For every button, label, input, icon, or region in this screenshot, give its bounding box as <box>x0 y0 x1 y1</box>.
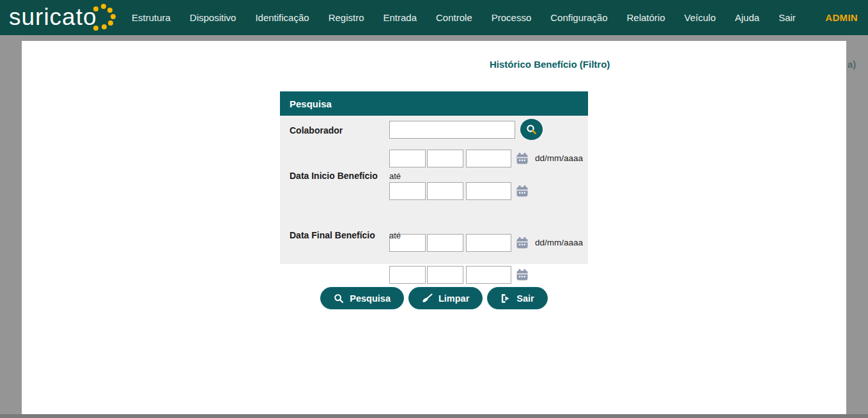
data-final-label: Data Final Benefício <box>290 230 375 240</box>
pesquisa-button-label: Pesquisa <box>350 293 391 304</box>
final-to-day-input[interactable] <box>389 266 426 284</box>
date-format-hint: dd/mm/aaaa <box>535 153 583 163</box>
content-card: Histórico Benefício (Filtro) Pesquisa Co… <box>22 41 846 414</box>
colaborador-label: Colaborador <box>290 125 343 135</box>
nav-item[interactable]: Identificação <box>255 12 309 23</box>
data-inicio-label: Data Inicio Benefício <box>290 171 378 181</box>
nav-item[interactable]: Registro <box>329 12 364 23</box>
inicio-to-year-input[interactable] <box>466 182 511 200</box>
sair-button[interactable]: Sair <box>487 287 547 309</box>
calendar-icon[interactable] <box>516 268 529 281</box>
nav-item[interactable]: Relatório <box>627 12 665 23</box>
nav-item[interactable]: Veículo <box>685 12 716 23</box>
calendar-icon[interactable] <box>516 185 529 197</box>
nav-item[interactable]: Controle <box>436 12 472 23</box>
logout-icon <box>500 293 511 304</box>
logo-text: suricato <box>9 2 97 33</box>
sair-button-label: Sair <box>516 293 534 304</box>
final-from-month-input[interactable] <box>427 234 463 252</box>
final-to-year-input[interactable] <box>466 266 511 284</box>
final-from-year-input[interactable] <box>466 234 511 252</box>
action-buttons: Pesquisa Limpar Sair <box>22 287 846 309</box>
clipped-background-title: a) <box>848 59 856 70</box>
colaborador-search-button[interactable] <box>520 119 543 140</box>
calendar-icon[interactable] <box>516 152 529 165</box>
inicio-from-month-input[interactable] <box>427 150 463 167</box>
nav-item[interactable]: Dispositivo <box>190 12 236 23</box>
search-icon <box>334 293 344 304</box>
inicio-from-day-input[interactable] <box>389 150 426 167</box>
pesquisa-button[interactable]: Pesquisa <box>320 287 404 309</box>
limpar-button[interactable]: Limpar <box>408 287 483 309</box>
inicio-from-year-input[interactable] <box>466 150 511 167</box>
ate-label: até <box>389 171 401 181</box>
suricato-logo[interactable]: suricato <box>0 0 125 35</box>
top-navigation: suricato Estrutura Dispositivo Identific… <box>0 0 868 35</box>
date-format-hint: dd/mm/aaaa <box>535 238 583 247</box>
colaborador-input[interactable] <box>389 121 515 139</box>
panel-body: Colaborador <box>280 116 588 264</box>
admin-user-menu[interactable]: ADMIN <box>825 12 858 23</box>
search-icon <box>526 124 537 135</box>
bottom-scrollbar[interactable] <box>0 414 868 418</box>
ate-label: até <box>389 231 401 240</box>
nav-item[interactable]: Sair <box>779 12 796 23</box>
panel-header: Pesquisa <box>280 91 588 116</box>
nav-item[interactable]: Ajuda <box>735 12 759 23</box>
limpar-button-label: Limpar <box>438 293 469 304</box>
nav-item[interactable]: Entrada <box>383 12 417 23</box>
inicio-to-month-input[interactable] <box>427 182 463 200</box>
nav-item[interactable]: Processo <box>492 12 532 23</box>
nav-menu: Estrutura Dispositivo Identificação Regi… <box>132 12 796 23</box>
calendar-icon[interactable] <box>516 236 529 249</box>
nav-item[interactable]: Configuração <box>550 12 607 23</box>
page: suricato Estrutura Dispositivo Identific… <box>0 0 868 418</box>
page-title: Histórico Benefício (Filtro) <box>490 59 610 70</box>
inicio-to-day-input[interactable] <box>389 182 426 200</box>
search-panel: Pesquisa Colaborador <box>280 91 588 264</box>
nav-item[interactable]: Estrutura <box>132 12 171 23</box>
brush-icon <box>422 293 433 304</box>
final-to-month-input[interactable] <box>427 266 463 284</box>
